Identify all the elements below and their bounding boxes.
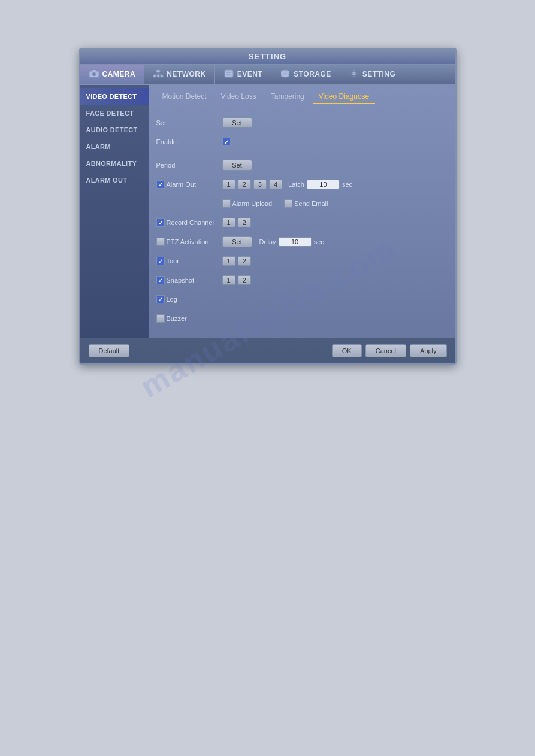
nav-tab-setting[interactable]: SETTING [340, 65, 405, 84]
form-row-alarm-upload: Alarm Upload Send Email [156, 196, 448, 211]
nav-tab-event-label: EVENT [237, 70, 263, 78]
svg-point-16 [353, 73, 355, 74]
svg-rect-5 [157, 75, 159, 77]
tour-label-container: Tour [156, 257, 222, 265]
tab-motion-detect[interactable]: Motion Detect [156, 90, 213, 104]
ptz-controls: Set Delay sec. [222, 236, 326, 247]
set-button[interactable]: Set [222, 117, 252, 128]
sidebar-item-abnormality-label: ABNORMALITY [86, 160, 137, 167]
record-ch2[interactable]: 2 [238, 218, 251, 227]
set-label: Set [156, 119, 222, 126]
alarm-out-ch1[interactable]: 1 [222, 180, 235, 189]
page-wrapper: SETTING CAMERA [0, 0, 535, 365]
latch-label: Latch [288, 181, 304, 188]
nav-tab-camera-label: CAMERA [102, 70, 136, 78]
sidebar: VIDEO DETECT FACE DETECT AUDIO DETECT AL… [80, 85, 149, 338]
alarm-upload-label-check: Alarm Upload [222, 199, 273, 208]
sidebar-item-alarm-out[interactable]: ALARM OUT [80, 172, 149, 189]
cancel-button[interactable]: Cancel [365, 344, 406, 357]
svg-rect-3 [156, 70, 160, 72]
alarm-out-ch2[interactable]: 2 [238, 180, 251, 189]
nav-tab-camera[interactable]: CAMERA [80, 65, 145, 84]
log-checkbox[interactable] [156, 295, 165, 303]
send-email-label-check: Send Email [284, 199, 328, 208]
sidebar-item-abnormality[interactable]: ABNORMALITY [80, 155, 149, 172]
nav-tab-network[interactable]: NETWORK [144, 65, 215, 84]
form-row-buzzer: Buzzer [156, 311, 448, 326]
tour-ch2[interactable]: 2 [238, 256, 251, 266]
tab-video-diagnose[interactable]: Video Diagnose [313, 90, 376, 104]
record-ch1[interactable]: 1 [222, 218, 235, 227]
main-content: VIDEO DETECT FACE DETECT AUDIO DETECT AL… [80, 85, 455, 338]
alarm-out-ch3[interactable]: 3 [253, 180, 267, 189]
apply-button[interactable]: Apply [410, 344, 447, 357]
form-row-alarm-out: Alarm Out 1 2 3 4 Latch sec. [156, 177, 448, 192]
network-icon [153, 69, 164, 79]
delay-label: Delay [259, 238, 276, 245]
tour-ch1[interactable]: 1 [222, 256, 235, 266]
alarm-out-controls: 1 2 3 4 Latch sec. [222, 180, 355, 189]
alarm-out-checkbox[interactable] [156, 180, 165, 189]
alarm-out-label-check: Alarm Out [156, 180, 222, 189]
nav-tab-setting-label: SETTING [362, 70, 396, 78]
divider-1 [156, 154, 448, 154]
tour-checkbox[interactable] [156, 257, 165, 265]
log-label-container: Log [156, 295, 222, 303]
svg-rect-4 [153, 75, 156, 77]
send-email-checkbox[interactable] [284, 199, 292, 208]
ptz-set-button[interactable]: Set [222, 236, 252, 247]
sidebar-item-audio-detect[interactable]: AUDIO DETECT [80, 122, 149, 138]
snapshot-label-check: Snapshot [156, 276, 222, 284]
setting-panel: SETTING CAMERA [79, 48, 457, 365]
buzzer-label-container: Buzzer [156, 314, 222, 323]
tab-tampering[interactable]: Tampering [265, 90, 310, 104]
ptz-label-container: PTZ Activation [156, 238, 222, 246]
sidebar-item-face-detect[interactable]: FACE DETECT [80, 105, 149, 122]
ptz-checkbox[interactable] [156, 238, 165, 246]
tour-label-check: Tour [156, 257, 222, 265]
period-set-button[interactable]: Set [222, 160, 252, 171]
sidebar-item-video-detect[interactable]: VIDEO DETECT [80, 88, 149, 105]
snapshot-label-container: Snapshot [156, 276, 222, 284]
snapshot-ch1[interactable]: 1 [222, 275, 235, 285]
form-section: Set Set Enable [156, 113, 448, 333]
event-icon [223, 69, 234, 79]
delay-value-input[interactable] [279, 237, 312, 247]
snapshot-ch2[interactable]: 2 [238, 275, 251, 285]
svg-point-14 [281, 74, 289, 77]
top-nav: CAMERA NETWORK [80, 65, 455, 85]
svg-point-1 [92, 72, 96, 76]
svg-rect-6 [161, 75, 163, 77]
ok-button[interactable]: OK [332, 344, 362, 357]
buzzer-checkbox[interactable] [156, 314, 165, 323]
alarm-upload-controls: Alarm Upload Send Email [222, 199, 328, 208]
enable-checkbox[interactable] [222, 138, 231, 146]
default-button[interactable]: Default [89, 344, 130, 357]
tab-video-loss[interactable]: Video Loss [215, 90, 262, 104]
event-tabs: Motion Detect Video Loss Tampering Video… [156, 90, 448, 107]
svg-rect-2 [92, 70, 96, 72]
nav-tab-event[interactable]: EVENT [215, 65, 272, 84]
form-row-period: Period Set [156, 158, 448, 172]
setting-icon [349, 69, 359, 79]
nav-tab-storage-label: STORAGE [294, 70, 331, 78]
record-channel-checkbox[interactable] [156, 218, 165, 227]
snapshot-checkbox[interactable] [156, 276, 165, 284]
camera-icon [89, 69, 99, 79]
buzzer-label-check: Buzzer [156, 314, 222, 323]
form-row-enable: Enable [156, 135, 448, 149]
period-controls: Set [222, 160, 252, 171]
svg-rect-9 [225, 70, 233, 77]
sidebar-item-alarm[interactable]: ALARM [80, 138, 149, 155]
snapshot-controls: 1 2 [222, 275, 251, 285]
sidebar-item-video-detect-label: VIDEO DETECT [86, 93, 137, 100]
alarm-out-ch4[interactable]: 4 [269, 180, 282, 189]
log-label-check: Log [156, 295, 222, 303]
enable-controls [222, 138, 231, 146]
nav-tab-storage[interactable]: STORAGE [271, 65, 340, 84]
latch-value-input[interactable] [307, 180, 340, 189]
ptz-label-check: PTZ Activation [156, 238, 222, 246]
form-row-log: Log [156, 292, 448, 306]
tour-controls: 1 2 [222, 256, 251, 266]
alarm-upload-checkbox[interactable] [222, 199, 231, 208]
